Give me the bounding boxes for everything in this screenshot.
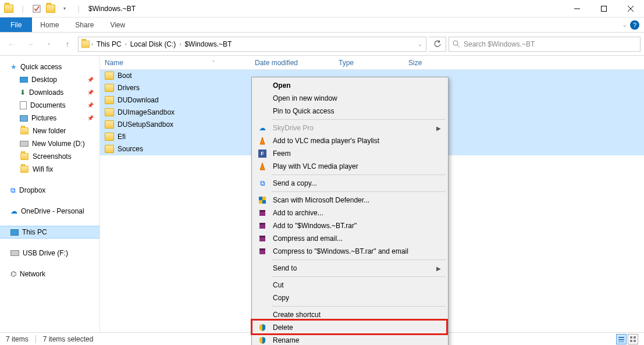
context-menu-label: Delete — [273, 323, 293, 332]
context-menu-item[interactable]: Pin to Quick access — [253, 105, 447, 118]
vlc-icon — [258, 162, 267, 171]
folder-icon — [105, 84, 114, 92]
cloud-icon: ☁ — [258, 123, 267, 133]
rar-icon — [258, 208, 267, 218]
svg-rect-25 — [259, 236, 265, 237]
column-headers: Name ˄ Date modified Type Size — [100, 56, 644, 70]
shield-icon — [258, 336, 267, 345]
sidebar-item-documents[interactable]: Documents — [0, 99, 99, 112]
context-menu-item[interactable]: Add to VLC media player's Playlist — [253, 134, 447, 147]
context-menu-label: Copy — [273, 294, 289, 302]
column-date[interactable]: Date modified — [250, 59, 334, 67]
thumbnails-view-button[interactable] — [628, 334, 638, 344]
context-menu-item[interactable]: Cut — [253, 279, 447, 291]
ribbon-expand-icon[interactable]: ⌵ — [623, 22, 627, 28]
recent-dropdown[interactable]: ▾ — [41, 36, 57, 52]
folder-icon — [105, 145, 114, 153]
crumb-thispc[interactable]: This PC — [94, 40, 124, 48]
folder-icon[interactable] — [44, 2, 57, 15]
sidebar-usb[interactable]: USB Drive (F:) — [0, 247, 99, 259]
file-name: DUSetupSandbox — [118, 120, 173, 129]
context-menu-label: SkyDrive Pro — [273, 124, 314, 132]
svg-rect-13 — [634, 340, 636, 342]
forward-button[interactable]: → — [22, 36, 38, 52]
context-menu-item[interactable]: Play with VLC media player — [253, 160, 447, 173]
qat-dropdown[interactable]: ▾ — [58, 2, 71, 15]
search-icon — [453, 40, 460, 48]
context-menu-item[interactable]: Copy — [253, 291, 447, 304]
context-menu-item[interactable]: Compress to "$Windows.~BT.rar" and email — [253, 245, 447, 258]
ribbon-tab-view[interactable]: View — [102, 17, 133, 32]
navigation-bar: ← → ▾ ↑ › This PC › Local Disk (C:) › $W… — [0, 33, 644, 56]
context-menu-item[interactable]: Compress and email... — [253, 232, 447, 245]
properties-icon[interactable] — [30, 2, 43, 15]
sidebar-network[interactable]: ⌬ Network — [0, 268, 99, 280]
sidebar-item-pictures[interactable]: Pictures — [0, 112, 99, 125]
context-menu-item[interactable]: Send to▶ — [253, 262, 447, 275]
column-type[interactable]: Type — [334, 59, 404, 67]
sidebar-item-newfolder[interactable]: New folder — [0, 125, 99, 137]
rar-icon — [258, 221, 267, 230]
sidebar-item-downloads[interactable]: ⬇ Downloads — [0, 86, 99, 99]
usb-icon — [10, 250, 19, 256]
context-menu-label: Cut — [273, 281, 284, 289]
sidebar-item-desktop[interactable]: Desktop — [0, 73, 99, 86]
sidebar-onedrive[interactable]: ☁ OneDrive - Personal — [0, 205, 99, 218]
address-bar[interactable]: › This PC › Local Disk (C:) › $Windows.~… — [78, 37, 426, 52]
folder-icon — [20, 127, 29, 134]
ribbon-tab-home[interactable]: Home — [32, 17, 67, 32]
sidebar-quick-access[interactable]: ★ Quick access — [0, 61, 99, 73]
maximize-button[interactable] — [590, 0, 617, 17]
sidebar-item-screenshots[interactable]: Screenshots — [0, 150, 99, 163]
download-icon: ⬇ — [20, 88, 26, 97]
context-menu-label: Create shortcut — [273, 311, 321, 319]
context-menu-item[interactable]: ⧉Send a copy... — [253, 177, 447, 190]
folder-menu-icon[interactable] — [2, 2, 15, 15]
details-view-button[interactable] — [616, 334, 627, 344]
sidebar-item-wifi[interactable]: Wifi fix — [0, 163, 99, 176]
context-menu-item[interactable]: Scan with Microsoft Defender... — [253, 194, 447, 207]
close-button[interactable] — [617, 0, 644, 17]
back-button[interactable]: ← — [3, 36, 20, 52]
context-menu-label: Compress and email... — [273, 234, 343, 243]
title-bar: | ▾ | $Windows.~BT — [0, 0, 644, 17]
context-menu-item[interactable]: Create shortcut — [253, 308, 447, 321]
crumb-disk[interactable]: Local Disk (C:) — [128, 40, 179, 48]
context-menu-item[interactable]: Delete — [253, 321, 447, 334]
context-menu-item[interactable]: Add to archive... — [253, 207, 447, 219]
svg-rect-2 — [602, 6, 607, 11]
column-name[interactable]: Name ˄ — [100, 59, 250, 67]
context-menu-item[interactable]: Add to "$Windows.~BT.rar" — [253, 219, 447, 232]
ribbon: File Home Share View ⌵ ? — [0, 17, 644, 33]
folder-icon — [105, 120, 114, 129]
pc-icon — [10, 229, 19, 236]
folder-icon — [20, 153, 29, 160]
pictures-icon — [20, 115, 28, 122]
crumb-folder[interactable]: $Windows.~BT — [182, 40, 234, 48]
context-menu-item[interactable]: Open in new window — [253, 92, 447, 105]
ribbon-file-tab[interactable]: File — [0, 17, 32, 32]
onedrive-icon: ☁ — [10, 207, 17, 215]
crumb-sep-icon: › — [91, 41, 93, 47]
rar-icon — [258, 234, 267, 243]
ribbon-tab-share[interactable]: Share — [67, 17, 102, 32]
shield-icon — [258, 323, 267, 332]
svg-marker-15 — [260, 163, 265, 170]
minimize-button[interactable] — [564, 0, 590, 17]
dropbox-icon: ⧉ — [258, 179, 267, 188]
help-icon[interactable]: ? — [630, 20, 639, 30]
sidebar-item-newvolume[interactable]: New Volume (D:) — [0, 137, 99, 150]
sidebar-thispc[interactable]: This PC — [0, 226, 99, 239]
context-menu-item[interactable]: Rename — [253, 334, 447, 345]
address-dropdown-icon[interactable]: ⌵ — [418, 41, 424, 47]
file-name: DUDownload — [118, 96, 159, 104]
context-menu-item[interactable]: FFeem — [253, 147, 447, 160]
column-size[interactable]: Size — [404, 59, 449, 67]
search-input[interactable]: Search $Windows.~BT — [449, 37, 641, 52]
context-menu-item[interactable]: Open — [253, 79, 447, 92]
refresh-button[interactable] — [429, 37, 446, 52]
up-button[interactable]: ↑ — [59, 36, 76, 52]
svg-rect-7 — [618, 337, 624, 338]
svg-rect-10 — [630, 336, 632, 339]
sidebar-dropbox[interactable]: ⧉ Dropbox — [0, 184, 99, 197]
